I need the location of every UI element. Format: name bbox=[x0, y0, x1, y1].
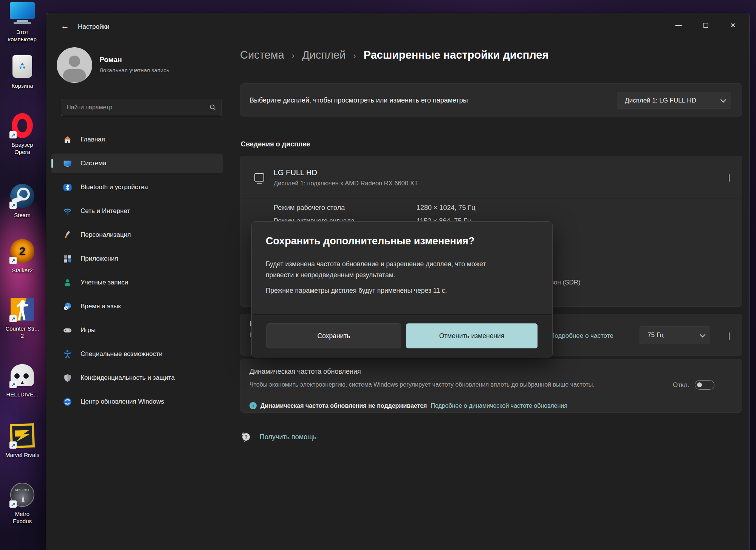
collapse-section-button[interactable] bbox=[729, 174, 730, 181]
display-row: Режим рабочего стола bbox=[274, 204, 345, 212]
apps-icon bbox=[63, 254, 72, 264]
sidebar-item-system[interactable]: Система bbox=[51, 154, 223, 173]
sidebar-item-personalization[interactable]: Персонализация bbox=[51, 225, 223, 245]
chevron-down-icon bbox=[700, 331, 706, 337]
icon-label: HELLDIVE... bbox=[6, 391, 38, 398]
opera-icon: ↗ bbox=[9, 112, 36, 139]
sidebar-item-time-language[interactable]: Время и язык bbox=[51, 297, 223, 316]
icon-label: Opera bbox=[11, 148, 33, 155]
shortcut-arrow-icon: ↗ bbox=[9, 500, 17, 508]
back-button[interactable]: ← bbox=[57, 19, 73, 33]
display-select-dropdown[interactable]: Дисплей 1: LG FULL HD bbox=[617, 92, 731, 109]
counter-strike-icon: ↗ bbox=[9, 296, 36, 323]
sidebar-item-windows-update[interactable]: Центр обновления Windows bbox=[51, 392, 223, 412]
dynamic-refresh-toggle[interactable] bbox=[695, 380, 714, 390]
icon-label: Steam bbox=[14, 211, 30, 219]
icon-label: компьютер bbox=[8, 36, 37, 43]
display-device-name: LG FULL HD bbox=[274, 168, 317, 177]
metro-exodus-icon: ↗ bbox=[9, 481, 36, 508]
dialog-body: Будет изменена частота обновление и разр… bbox=[266, 259, 493, 281]
accessibility-icon bbox=[63, 350, 72, 359]
breadcrumb-display[interactable]: Дисплей bbox=[302, 49, 345, 61]
sidebar-item-apps[interactable]: Приложения bbox=[51, 249, 223, 269]
wifi-icon bbox=[63, 207, 72, 216]
avatar[interactable] bbox=[57, 47, 92, 83]
icon-label: Metro bbox=[13, 510, 32, 517]
desktop-icon-opera[interactable]: ↗ Браузер Opera bbox=[0, 112, 45, 155]
desktop-icon-metro-exodus[interactable]: ↗ Metro Exodus bbox=[0, 481, 45, 525]
stalker2-icon: ↗ bbox=[9, 238, 36, 265]
update-icon bbox=[63, 397, 72, 407]
system-icon bbox=[63, 159, 72, 168]
desktop-icon-marvel-rivals[interactable]: ↗ Marvel Rivals bbox=[0, 422, 45, 458]
refresh-rate-info-link[interactable]: Подробнее о частоте bbox=[550, 332, 613, 340]
refresh-rate-dropdown[interactable]: 75 Гц bbox=[640, 326, 710, 344]
display-connection: Дисплей 1: подключен к AMD Radeon RX 660… bbox=[274, 180, 418, 187]
this-pc-icon bbox=[9, 0, 36, 26]
shortcut-arrow-icon: ↗ bbox=[9, 381, 17, 388]
settings-window: ← Настройки — ☐ ✕ Роман Локальная учетна… bbox=[46, 13, 750, 550]
icon-label: Этот bbox=[8, 28, 37, 36]
sidebar-item-home[interactable]: Главная bbox=[51, 130, 223, 149]
info-icon: i bbox=[249, 402, 257, 409]
chevron-down-icon bbox=[720, 97, 727, 103]
section-heading-display-info: Сведения о дисплее bbox=[241, 140, 310, 148]
icon-label: Exodus bbox=[13, 517, 32, 525]
search-input[interactable]: Найти параметр bbox=[61, 99, 222, 116]
display-select-text: Выберите дисплей, чтобы просмотреть или … bbox=[249, 96, 468, 104]
recycle-bin-icon bbox=[9, 53, 36, 80]
search-icon bbox=[209, 104, 216, 111]
shortcut-arrow-icon: ↗ bbox=[9, 131, 17, 138]
person-icon bbox=[63, 278, 72, 287]
shortcut-arrow-icon: ↗ bbox=[9, 441, 17, 449]
user-name: Роман bbox=[99, 56, 122, 64]
sidebar-nav: Главная Система Bluetooth и устройства bbox=[51, 130, 223, 412]
display-select-card: Выберите дисплей, чтобы просмотреть или … bbox=[240, 83, 742, 117]
icon-label: 2 bbox=[5, 332, 39, 339]
desktop-icon-this-pc[interactable]: Этот компьютер bbox=[0, 0, 45, 43]
desktop-icon-cs2[interactable]: ↗ Counter-Str... 2 bbox=[0, 296, 45, 339]
save-button[interactable]: Сохранить bbox=[266, 323, 401, 348]
icon-label: Браузер bbox=[11, 141, 33, 148]
sidebar-item-accounts[interactable]: Учетные записи bbox=[51, 273, 223, 292]
user-account-type: Локальная учетная запись bbox=[99, 67, 169, 73]
divider bbox=[240, 199, 742, 199]
search-placeholder: Найти параметр bbox=[67, 104, 209, 111]
bluetooth-icon bbox=[63, 183, 72, 192]
steam-icon: ↗ bbox=[9, 182, 36, 210]
dialog-command-area: Сохранить Отменить изменения bbox=[252, 314, 552, 357]
shield-icon bbox=[63, 373, 72, 383]
maximize-button[interactable]: ☐ bbox=[694, 17, 717, 34]
sidebar-item-gaming[interactable]: Игры bbox=[51, 320, 223, 340]
dialog-countdown: Прежние параметры дисплея будут применен… bbox=[266, 287, 508, 295]
desktop-wallpaper: Этот компьютер Корзина ↗ Браузер Opera bbox=[0, 0, 756, 550]
desktop-icon-steam[interactable]: ↗ Steam bbox=[0, 182, 45, 219]
brush-icon bbox=[63, 230, 72, 240]
sidebar-item-accessibility[interactable]: Специальные возможности bbox=[51, 344, 223, 364]
dynamic-refresh-title: Динамическая частота обновления bbox=[249, 368, 361, 376]
minimize-button[interactable]: — bbox=[667, 17, 690, 34]
desktop-icon-helldivers[interactable]: ↗ HELLDIVE... bbox=[0, 362, 45, 398]
chevron-right-icon: › bbox=[353, 51, 356, 61]
desktop-icon-recycle-bin[interactable]: Корзина bbox=[0, 53, 45, 89]
dynamic-refresh-status: Динамическая частота обновления не подде… bbox=[260, 402, 427, 409]
window-title: Настройки bbox=[78, 23, 109, 31]
desktop-icon-stalker2[interactable]: ↗ Stalker2 bbox=[0, 238, 45, 274]
sidebar-item-privacy[interactable]: Конфиденциальность и защита bbox=[51, 368, 223, 388]
dialog-title: Сохранить дополнительные изменения? bbox=[266, 235, 475, 247]
close-button[interactable]: ✕ bbox=[721, 17, 745, 34]
collapse-section-button[interactable] bbox=[729, 332, 730, 339]
dynamic-refresh-desc: Чтобы экономить электроэнергию, система … bbox=[249, 379, 635, 390]
sidebar-item-bluetooth[interactable]: Bluetooth и устройства bbox=[51, 177, 223, 197]
sidebar-item-network[interactable]: Сеть и Интернет bbox=[51, 201, 223, 221]
get-help-link[interactable]: Получить помощь bbox=[260, 433, 316, 441]
icon-label: Stalker2 bbox=[12, 267, 33, 274]
cancel-changes-button[interactable]: Отменить изменения bbox=[406, 323, 538, 348]
dynamic-refresh-link[interactable]: Подробнее о динамической частоте обновле… bbox=[431, 402, 567, 409]
icon-label: Counter-Str... bbox=[5, 325, 39, 332]
breadcrumb-system[interactable]: Система bbox=[240, 49, 284, 61]
marvel-rivals-icon: ↗ bbox=[9, 422, 36, 449]
keep-display-changes-dialog: Сохранить дополнительные изменения? Буде… bbox=[251, 221, 553, 357]
shortcut-arrow-icon: ↗ bbox=[9, 202, 17, 209]
shortcut-arrow-icon: ↗ bbox=[9, 257, 17, 264]
